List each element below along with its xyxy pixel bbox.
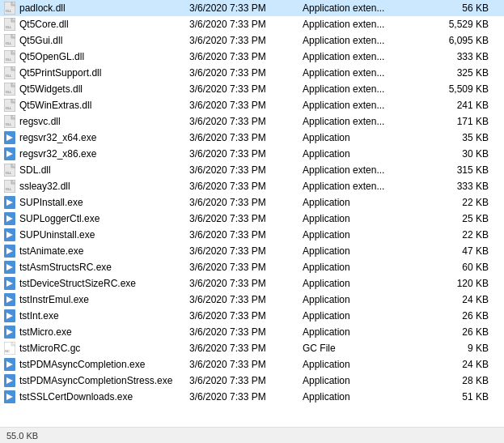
file-date: 3/6/2020 7:33 PM <box>189 35 303 46</box>
table-row[interactable]: tstMicro.exe3/6/2020 7:33 PMApplication2… <box>0 324 504 340</box>
file-name: Qt5PrintSupport.dll <box>19 67 189 79</box>
file-date: 3/6/2020 7:33 PM <box>189 391 303 403</box>
table-row[interactable]: SUPLoggerCtl.exe3/6/2020 7:33 PMApplicat… <box>0 211 504 227</box>
file-size: 24 KB <box>432 294 489 305</box>
exe-icon <box>3 147 16 160</box>
file-date: 3/6/2020 7:33 PM <box>189 359 303 370</box>
table-row[interactable]: tstSSLCertDownloads.exe3/6/2020 7:33 PMA… <box>0 389 504 405</box>
file-date: 3/6/2020 7:33 PM <box>189 294 303 305</box>
file-name: tstPDMAsyncCompletionStress.exe <box>19 375 189 386</box>
file-name: tstAsmStructsRC.exe <box>19 262 189 273</box>
file-size: 56 KB <box>432 2 489 14</box>
file-name: SUPInstall.exe <box>19 197 189 208</box>
file-date: 3/6/2020 7:33 PM <box>189 197 303 208</box>
table-row[interactable]: DLL ssleay32.dll3/6/2020 7:33 PMApplicat… <box>0 178 504 194</box>
file-date: 3/6/2020 7:33 PM <box>189 181 303 192</box>
exe-icon <box>3 131 16 144</box>
file-date: 3/6/2020 7:33 PM <box>189 148 303 160</box>
table-row[interactable]: SUPInstall.exe3/6/2020 7:33 PMApplicatio… <box>0 194 504 211</box>
exe-icon <box>3 309 16 322</box>
file-date: 3/6/2020 7:33 PM <box>189 19 303 30</box>
file-name: tstMicroRC.gc <box>19 343 189 354</box>
file-type: Application <box>303 375 432 386</box>
file-name: tstDeviceStructSizeRC.exe <box>19 278 189 289</box>
file-name: padlock.dll <box>19 2 189 14</box>
table-row[interactable]: DLL padlock.dll3/6/2020 7:33 PMApplicati… <box>0 0 504 16</box>
file-size: 120 KB <box>432 278 489 289</box>
table-row[interactable]: tstPDMAsyncCompletionStress.exe3/6/2020 … <box>0 373 504 389</box>
gc-icon: GC <box>3 342 16 355</box>
file-size: 22 KB <box>432 197 489 208</box>
file-size: 9 KB <box>432 343 489 354</box>
file-size: 28 KB <box>432 375 489 386</box>
file-size: 26 KB <box>432 326 489 338</box>
file-date: 3/6/2020 7:33 PM <box>189 213 303 224</box>
file-size: 47 KB <box>432 245 489 257</box>
svg-text:DLL: DLL <box>6 58 12 62</box>
table-row[interactable]: GC tstMicroRC.gc3/6/2020 7:33 PMGC File9… <box>0 340 504 356</box>
file-type: GC File <box>303 343 432 354</box>
table-row[interactable]: tstPDMAsyncCompletion.exe3/6/2020 7:33 P… <box>0 356 504 373</box>
exe-icon <box>3 277 16 290</box>
file-size: 60 KB <box>432 262 489 273</box>
file-size: 333 KB <box>432 51 489 62</box>
table-row[interactable]: tstAnimate.exe3/6/2020 7:33 PMApplicatio… <box>0 243 504 259</box>
dll-icon: DLL <box>3 83 16 96</box>
table-row[interactable]: tstDeviceStructSizeRC.exe3/6/2020 7:33 P… <box>0 275 504 292</box>
file-name: Qt5WinExtras.dll <box>19 100 189 111</box>
file-date: 3/6/2020 7:33 PM <box>189 67 303 79</box>
file-type: Application exten... <box>303 2 432 14</box>
exe-icon <box>3 245 16 258</box>
table-row[interactable]: DLL Qt5PrintSupport.dll3/6/2020 7:33 PMA… <box>0 65 504 81</box>
svg-text:GC: GC <box>5 349 10 353</box>
svg-text:DLL: DLL <box>6 171 12 175</box>
file-name: tstAnimate.exe <box>19 245 189 257</box>
file-type: Application exten... <box>303 83 432 95</box>
file-name: Qt5Core.dll <box>19 19 189 30</box>
file-size: 6,095 KB <box>432 35 489 46</box>
table-row[interactable]: tstInt.exe3/6/2020 7:33 PMApplication26 … <box>0 308 504 324</box>
table-row[interactable]: DLL regsvc.dll3/6/2020 7:33 PMApplicatio… <box>0 113 504 130</box>
dll-icon: DLL <box>3 18 16 31</box>
file-list[interactable]: DLL padlock.dll3/6/2020 7:33 PMApplicati… <box>0 0 504 443</box>
file-type: Application <box>303 294 432 305</box>
file-date: 3/6/2020 7:33 PM <box>189 132 303 143</box>
table-row[interactable]: DLL Qt5WinExtras.dll3/6/2020 7:33 PMAppl… <box>0 97 504 113</box>
file-type: Application <box>303 326 432 338</box>
file-name: regsvc.dll <box>19 116 189 127</box>
exe-icon <box>3 358 16 371</box>
file-date: 3/6/2020 7:33 PM <box>189 51 303 62</box>
table-row[interactable]: DLL Qt5Core.dll3/6/2020 7:33 PMApplicati… <box>0 16 504 32</box>
table-row[interactable]: DLL Qt5Widgets.dll3/6/2020 7:33 PMApplic… <box>0 81 504 97</box>
dll-icon: DLL <box>3 180 16 193</box>
table-row[interactable]: SUPUninstall.exe3/6/2020 7:33 PMApplicat… <box>0 227 504 243</box>
file-date: 3/6/2020 7:33 PM <box>189 326 303 338</box>
file-date: 3/6/2020 7:33 PM <box>189 375 303 386</box>
exe-icon <box>3 374 16 387</box>
file-date: 3/6/2020 7:33 PM <box>189 116 303 127</box>
dll-icon: DLL <box>3 164 16 177</box>
exe-icon <box>3 326 16 339</box>
file-type: Application <box>303 197 432 208</box>
exe-icon <box>3 390 16 403</box>
file-type: Application <box>303 148 432 160</box>
table-row[interactable]: DLL Qt5Gui.dll3/6/2020 7:33 PMApplicatio… <box>0 32 504 49</box>
table-row[interactable]: DLL SDL.dll3/6/2020 7:33 PMApplication e… <box>0 162 504 178</box>
file-name: tstSSLCertDownloads.exe <box>19 391 189 403</box>
table-row[interactable]: DLL Qt5OpenGL.dll3/6/2020 7:33 PMApplica… <box>0 49 504 65</box>
table-row[interactable]: tstAsmStructsRC.exe3/6/2020 7:33 PMAppli… <box>0 259 504 275</box>
file-name: SDL.dll <box>19 164 189 176</box>
table-row[interactable]: tstInstrEmul.exe3/6/2020 7:33 PMApplicat… <box>0 292 504 308</box>
status-bar: 55.0 KB <box>0 427 504 443</box>
file-type: Application exten... <box>303 67 432 79</box>
file-type: Application exten... <box>303 19 432 30</box>
file-size: 35 KB <box>432 132 489 143</box>
file-type: Application exten... <box>303 51 432 62</box>
dll-icon: DLL <box>3 2 16 15</box>
svg-text:DLL: DLL <box>6 41 12 45</box>
file-type: Application <box>303 262 432 273</box>
file-name: regsvr32_x64.exe <box>19 132 189 143</box>
table-row[interactable]: regsvr32_x64.exe3/6/2020 7:33 PMApplicat… <box>0 130 504 146</box>
table-row[interactable]: regsvr32_x86.exe3/6/2020 7:33 PMApplicat… <box>0 146 504 162</box>
svg-text:DLL: DLL <box>6 25 12 29</box>
